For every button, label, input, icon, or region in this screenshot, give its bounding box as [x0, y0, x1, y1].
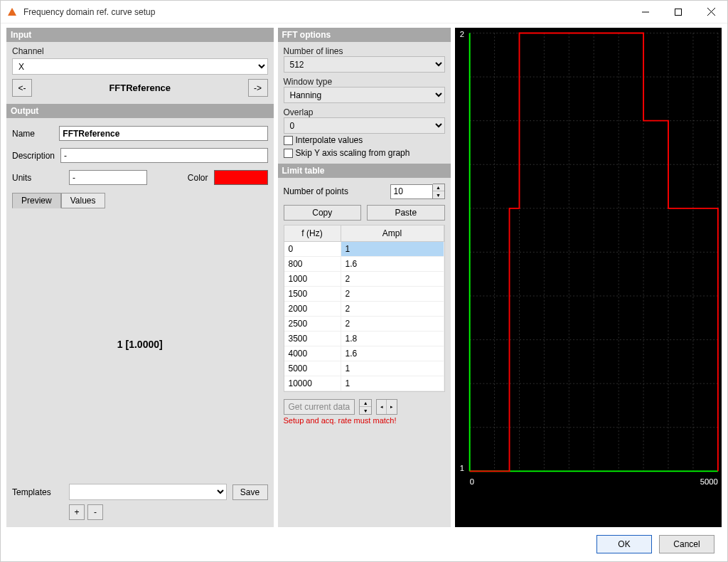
dialog-footer: OK Cancel [1, 527, 727, 561]
prev-channel-button[interactable]: <- [12, 79, 32, 97]
color-swatch[interactable] [214, 170, 268, 185]
limit-header: Limit table [278, 164, 451, 178]
lines-label: Number of lines [284, 46, 445, 56]
col-f-header[interactable]: f (Hz) [284, 226, 341, 241]
windowtype-label: Window type [284, 77, 445, 87]
table-row[interactable]: 35001.8 [284, 332, 444, 346]
output-panel: Name Description Units Color Preview Val… [6, 118, 274, 527]
table-row[interactable]: 25002 [284, 317, 444, 332]
skipy-label: Skip Y axis scaling from graph [296, 148, 410, 158]
units-input[interactable] [69, 170, 147, 185]
right-column: 0500021 [455, 28, 722, 527]
getdata-down-button[interactable]: ▼ [360, 407, 371, 414]
cell-ampl[interactable]: 1 [341, 242, 444, 256]
channel-label: Channel [12, 46, 268, 56]
reference-curve-chart[interactable]: 0500021 [455, 28, 722, 527]
cell-f[interactable]: 5000 [284, 361, 341, 376]
name-label: Name [12, 129, 53, 139]
table-row[interactable]: 50001 [284, 361, 444, 376]
cell-f[interactable]: 0 [284, 242, 341, 256]
get-current-data-button[interactable]: Get current data [284, 399, 355, 415]
limit-table[interactable]: f (Hz) Ampl 018001.610002150022000225002… [284, 225, 445, 392]
svg-text:2: 2 [459, 30, 464, 38]
rate-warning: Setup and acq. rate must match! [284, 416, 445, 425]
svg-text:5000: 5000 [700, 477, 717, 486]
limit-panel: Number of points ▲▼ Copy Paste f (Hz) Am… [278, 178, 451, 527]
cell-f[interactable]: 800 [284, 257, 341, 271]
table-row[interactable]: 01 [284, 242, 444, 257]
windowtype-select[interactable]: Hanning [284, 87, 445, 103]
output-header: Output [6, 104, 274, 118]
titlebar: Frequency domain ref. curve setup [1, 1, 727, 23]
cell-ampl[interactable]: 1 [341, 376, 444, 391]
table-row[interactable]: 20002 [284, 302, 444, 317]
cell-f[interactable]: 1500 [284, 287, 341, 301]
getdata-up-button[interactable]: ▲ [360, 400, 371, 407]
content-area: Input Channel X <- FFTReference -> Outpu… [1, 23, 727, 527]
name-input[interactable] [59, 126, 267, 141]
interpolate-label: Interpolate values [296, 135, 363, 145]
cell-f[interactable]: 3500 [284, 332, 341, 346]
left-column: Input Channel X <- FFTReference -> Outpu… [6, 28, 274, 527]
cell-f[interactable]: 4000 [284, 346, 341, 361]
tab-values[interactable]: Values [61, 193, 105, 208]
description-input[interactable] [60, 148, 267, 163]
maximize-button[interactable] [662, 1, 695, 23]
tab-preview[interactable]: Preview [12, 193, 61, 208]
getdata-right-button[interactable]: ▸ [387, 400, 397, 414]
input-panel: Channel X <- FFTReference -> [6, 42, 274, 104]
copy-button[interactable]: Copy [284, 205, 362, 221]
table-row[interactable]: 15002 [284, 287, 444, 302]
table-row[interactable]: 10002 [284, 272, 444, 287]
cell-ampl[interactable]: 1.6 [341, 257, 444, 271]
cell-f[interactable]: 2500 [284, 317, 341, 331]
ok-button[interactable]: OK [596, 535, 652, 553]
preview-value-text: 1 [1.0000] [117, 339, 163, 350]
cancel-button[interactable]: Cancel [659, 535, 714, 553]
cell-f[interactable]: 10000 [284, 376, 341, 391]
description-label: Description [12, 151, 55, 161]
getdata-left-button[interactable]: ◂ [377, 400, 387, 414]
cell-ampl[interactable]: 1.8 [341, 332, 444, 346]
minimize-button[interactable] [629, 1, 662, 23]
cell-ampl[interactable]: 2 [341, 302, 444, 316]
table-row[interactable]: 100001 [284, 376, 444, 391]
next-channel-button[interactable]: -> [248, 79, 268, 97]
templates-remove-button[interactable]: - [87, 504, 103, 520]
cell-f[interactable]: 1000 [284, 272, 341, 286]
close-button[interactable] [695, 1, 727, 23]
points-label: Number of points [284, 186, 348, 196]
cell-ampl[interactable]: 1 [341, 361, 444, 376]
templates-label: Templates [12, 487, 63, 497]
interpolate-checkbox[interactable] [284, 136, 293, 145]
cell-ampl[interactable]: 2 [341, 317, 444, 331]
output-tabs: Preview Values [12, 193, 268, 208]
channel-name-title: FFTReference [36, 83, 244, 93]
lines-select[interactable]: 512 [284, 56, 445, 73]
cell-ampl[interactable]: 1.6 [341, 346, 444, 361]
templates-add-button[interactable]: + [69, 504, 85, 520]
cell-ampl[interactable]: 2 [341, 287, 444, 301]
app-icon [6, 6, 18, 18]
table-row[interactable]: 8001.6 [284, 257, 444, 272]
table-row[interactable]: 40001.6 [284, 346, 444, 361]
templates-select[interactable] [69, 484, 227, 500]
window-title: Frequency domain ref. curve setup [23, 7, 629, 17]
templates-save-button[interactable]: Save [232, 484, 268, 500]
cell-f[interactable]: 2000 [284, 302, 341, 316]
paste-button[interactable]: Paste [367, 205, 445, 221]
col-a-header[interactable]: Ampl [341, 226, 444, 241]
points-input[interactable] [390, 184, 433, 199]
skipy-checkbox[interactable] [284, 149, 293, 158]
preview-area: 1 [1.0000] [12, 208, 268, 479]
svg-text:0: 0 [469, 477, 473, 486]
fft-header: FFT options [278, 28, 451, 42]
cell-ampl[interactable]: 2 [341, 272, 444, 286]
units-label: Units [12, 173, 63, 183]
overlap-select[interactable]: 0 [284, 117, 445, 134]
svg-rect-2 [675, 9, 682, 15]
points-down-button[interactable]: ▼ [433, 191, 444, 198]
svg-marker-0 [8, 8, 16, 16]
points-up-button[interactable]: ▲ [433, 184, 444, 191]
channel-select[interactable]: X [12, 58, 268, 75]
